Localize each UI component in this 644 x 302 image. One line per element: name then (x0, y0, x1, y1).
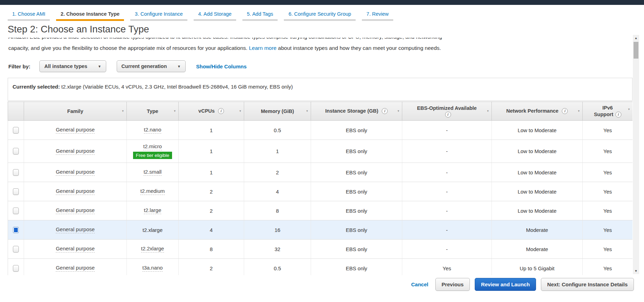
family-link[interactable]: General purpose (56, 127, 95, 134)
scrollbar-thumb[interactable] (634, 42, 638, 59)
tab-add-storage[interactable]: 4. Add Storage (194, 8, 236, 21)
learn-more-link[interactable]: Learn more (249, 45, 277, 51)
ebs-cell: - (402, 182, 492, 201)
family-link[interactable]: General purpose (56, 226, 95, 233)
currently-selected-value: t2.xlarge (Variable ECUs, 4 vCPUs, 2.3 G… (61, 84, 293, 90)
header-label: Type (147, 108, 158, 114)
table-row-t3anano[interactable]: General purpose t3a.nano 2 0.5 EBS only … (8, 259, 633, 275)
table-row-t22xlarge[interactable]: General purpose t2.2xlarge 8 32 EBS only… (8, 240, 633, 259)
header-type[interactable]: Type ▾ (127, 102, 179, 121)
tab-underline-active (56, 19, 124, 21)
vcpus-cell: 4 (179, 220, 244, 240)
dropdown-value: All instance types (44, 63, 87, 69)
row-checkbox[interactable] (13, 188, 19, 195)
vcpus-cell: 1 (179, 121, 244, 140)
previous-button[interactable]: Previous (435, 278, 470, 291)
type-link[interactable]: t2.medium (140, 188, 165, 195)
row-checkbox[interactable] (13, 207, 19, 214)
description-text: about instance types and how they can me… (277, 45, 441, 51)
tab-review[interactable]: 7. Review (362, 8, 393, 21)
vcpus-cell: 1 (179, 163, 244, 182)
family-link[interactable]: General purpose (56, 148, 95, 155)
ebs-cell: - (402, 220, 492, 240)
memory-cell: 8 (244, 201, 311, 220)
row-checkbox[interactable] (13, 148, 19, 154)
table-row-t2medium[interactable]: General purpose t2.medium 2 4 EBS only -… (8, 182, 633, 201)
family-link[interactable]: General purpose (56, 207, 95, 214)
tab-configure-instance[interactable]: 3. Configure Instance (130, 8, 187, 21)
network-cell: Up to 5 Gigabit (492, 259, 583, 275)
type-link[interactable]: t2.nano (144, 127, 161, 134)
tab-add-tags[interactable]: 5. Add Tags (242, 8, 278, 21)
review-and-launch-button[interactable]: Review and Launch (475, 278, 536, 291)
info-icon[interactable] (562, 108, 568, 114)
network-cell: Low to Moderate (492, 163, 583, 182)
tab-choose-ami[interactable]: 1. Choose AMI (8, 8, 50, 21)
tab-label: 1. Choose AMI (12, 11, 45, 17)
memory-cell: 16 (244, 220, 311, 240)
header-instance-storage[interactable]: Instance Storage (GB) ▾ (311, 102, 402, 121)
sort-caret-icon: ▾ (306, 109, 308, 113)
table-row-t2small[interactable]: General purpose t2.small 1 2 EBS only - … (8, 163, 633, 182)
header-label: vCPUs (199, 108, 215, 114)
type-link[interactable]: t2.small (143, 169, 162, 176)
type-link[interactable]: t2.2xlarge (141, 246, 164, 252)
show-hide-columns-link[interactable]: Show/Hide Columns (196, 63, 247, 69)
instance-type-filter-dropdown[interactable]: All instance types ▼ (39, 60, 106, 72)
ipv6-cell: Yes (583, 182, 633, 201)
type-link[interactable]: t2.xlarge (142, 227, 163, 233)
header-vcpus[interactable]: vCPUs ▾ (179, 102, 244, 121)
header-memory[interactable]: Memory (GiB) ▾ (244, 102, 311, 121)
type-link[interactable]: t2.micro (143, 143, 162, 150)
table-row-t2xlarge-selected[interactable]: General purpose t2.xlarge 4 16 EBS only … (8, 220, 633, 240)
sort-caret-icon: ▾ (174, 109, 176, 113)
storage-cell: EBS only (311, 201, 402, 220)
generation-filter-dropdown[interactable]: Current generation ▼ (117, 60, 186, 72)
header-label: Memory (GiB) (261, 108, 294, 114)
storage-cell: EBS only (311, 163, 402, 182)
row-checkbox-checked[interactable] (13, 227, 19, 233)
tab-configure-security-group[interactable]: 6. Configure Security Group (284, 8, 356, 21)
table-row-t2micro[interactable]: General purpose t2.micro Free tier eligi… (8, 140, 633, 163)
header-family[interactable]: Family ▾ (24, 102, 127, 121)
sort-caret-icon: ▾ (628, 107, 630, 111)
table-row-t2nano[interactable]: General purpose t2.nano 1 0.5 EBS only -… (8, 121, 633, 140)
row-checkbox[interactable] (13, 169, 19, 176)
table-row-t2large[interactable]: General purpose t2.large 2 8 EBS only - … (8, 201, 633, 220)
family-link[interactable]: General purpose (56, 169, 95, 176)
cancel-link[interactable]: Cancel (411, 281, 428, 287)
info-icon[interactable] (382, 108, 388, 114)
scroll-up-arrow-icon[interactable]: ▲ (633, 35, 639, 41)
storage-cell: EBS only (311, 259, 402, 275)
info-icon[interactable] (218, 108, 224, 114)
type-link[interactable]: t2.large (144, 207, 161, 214)
row-checkbox[interactable] (13, 246, 19, 252)
ebs-cell: Yes (402, 259, 492, 275)
scroll-down-arrow-icon[interactable]: ▼ (633, 268, 639, 274)
memory-cell: 0.5 (244, 121, 311, 140)
chevron-down-icon: ▼ (98, 65, 101, 68)
storage-cell: EBS only (311, 240, 402, 259)
free-tier-badge: Free tier eligible (133, 152, 172, 159)
header-network-performance[interactable]: Network Performance ▾ (492, 102, 583, 121)
tab-label: 5. Add Tags (247, 11, 273, 17)
family-link[interactable]: General purpose (56, 265, 95, 272)
header-ebs-optimized[interactable]: EBS-Optimized Available ▾ (402, 102, 492, 121)
family-link[interactable]: General purpose (56, 246, 95, 252)
next-configure-instance-details-button[interactable]: Next: Configure Instance Details (541, 278, 634, 291)
type-link[interactable]: t3a.nano (142, 265, 163, 272)
header-ipv6-support[interactable]: IPv6 Support ▾ (583, 102, 633, 121)
row-checkbox[interactable] (13, 127, 19, 134)
ipv6-cell: Yes (583, 240, 633, 259)
sort-caret-icon: ▾ (578, 109, 580, 113)
family-link[interactable]: General purpose (56, 188, 95, 195)
network-cell: Low to Moderate (492, 121, 583, 140)
info-icon[interactable] (615, 112, 621, 118)
currently-selected-banner: Currently selected: t2.xlarge (Variable … (8, 78, 633, 101)
vertical-scrollbar[interactable]: ▲ ▼ (633, 35, 639, 274)
memory-cell: 4 (244, 182, 311, 201)
info-icon[interactable] (445, 112, 451, 118)
row-checkbox[interactable] (13, 265, 19, 272)
sort-caret-icon: ▾ (122, 109, 124, 113)
tab-choose-instance-type[interactable]: 2. Choose Instance Type (56, 8, 124, 21)
